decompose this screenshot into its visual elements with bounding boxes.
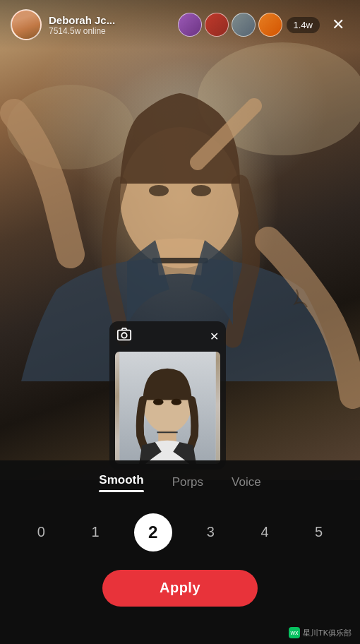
wechat-icon: wx <box>289 627 300 638</box>
svg-point-7 <box>121 333 126 338</box>
tabs: Smooth Porps Voice <box>0 460 360 498</box>
watermark: wx 星川TK俱乐部 <box>289 627 352 638</box>
camera-close-button[interactable]: ✕ <box>210 330 219 343</box>
username: Deborah Jc... <box>49 14 115 26</box>
viewer-count: 1.4w <box>287 17 320 33</box>
number-5[interactable]: 5 <box>304 517 335 548</box>
apply-button[interactable]: Apply <box>102 570 258 607</box>
camera-icon <box>116 327 132 346</box>
number-2-selected[interactable]: 2 <box>134 513 172 551</box>
tab-voice-label: Voice <box>232 475 261 489</box>
number-0[interactable]: 0 <box>25 517 56 548</box>
tab-smooth-label: Smooth <box>99 473 143 487</box>
other-avatars <box>178 13 282 37</box>
tab-porps[interactable]: Porps <box>172 475 203 489</box>
user-info: Deborah Jc... 7514.5w online <box>11 9 171 40</box>
camera-panel: ✕ <box>109 321 226 470</box>
tab-smooth-underline <box>99 490 143 492</box>
svg-point-13 <box>172 399 182 405</box>
svg-point-12 <box>153 399 164 405</box>
number-selector: 0 1 2 3 4 5 <box>0 503 360 561</box>
mini-avatar-3[interactable] <box>232 13 256 37</box>
camera-preview <box>115 352 220 464</box>
camera-panel-header: ✕ <box>109 321 226 352</box>
bottom-panel: Smooth Porps Voice 0 1 2 3 4 5 Apply <box>0 460 360 644</box>
watermark-text: 星川TK俱乐部 <box>303 628 352 638</box>
avatar-face <box>12 11 40 39</box>
mini-avatar-4[interactable] <box>258 13 282 37</box>
tab-voice[interactable]: Voice <box>232 475 261 489</box>
avatar[interactable] <box>11 9 42 40</box>
mini-avatar-2[interactable] <box>205 13 229 37</box>
close-button[interactable]: ✕ <box>327 13 349 36</box>
number-1[interactable]: 1 <box>80 517 111 548</box>
mini-avatar-1[interactable] <box>178 13 202 37</box>
tab-porps-label: Porps <box>172 475 203 489</box>
number-3[interactable]: 3 <box>195 517 226 548</box>
number-4[interactable]: 4 <box>249 517 280 548</box>
user-stats: 7514.5w online <box>49 26 115 36</box>
tab-smooth[interactable]: Smooth <box>99 473 143 492</box>
user-text: Deborah Jc... 7514.5w online <box>49 14 115 36</box>
header: Deborah Jc... 7514.5w online 1.4w ✕ <box>0 0 360 49</box>
